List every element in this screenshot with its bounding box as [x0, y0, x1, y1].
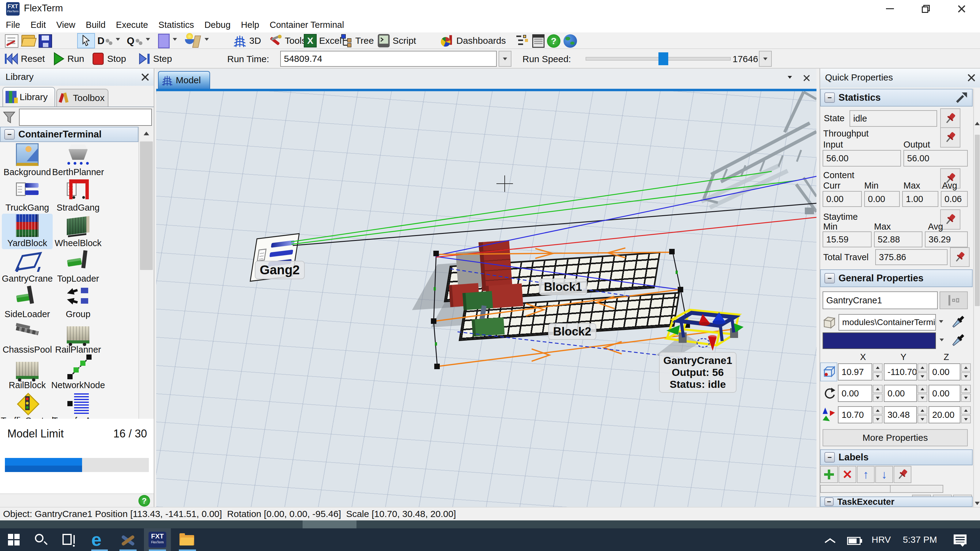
- add-label-button[interactable]: [820, 466, 838, 483]
- model-structure-icon[interactable]: [516, 35, 528, 47]
- scale-x-spinner[interactable]: [873, 406, 883, 423]
- library-item[interactable]: RailPlanner: [52, 320, 103, 356]
- pin-label-button[interactable]: [894, 466, 912, 483]
- library-item[interactable]: NetworkNode: [52, 356, 103, 391]
- position-z-spinner[interactable]: [961, 364, 971, 381]
- script-button[interactable]: Script: [377, 34, 416, 48]
- file-explorer-button[interactable]: [180, 533, 196, 546]
- collapse-icon[interactable]: −: [824, 497, 834, 506]
- connect-objects-tool[interactable]: D: [97, 34, 115, 48]
- move-label-up-button[interactable]: ↑: [857, 466, 875, 483]
- state-field[interactable]: idle: [850, 110, 937, 127]
- open-chart-icon[interactable]: [954, 91, 968, 105]
- pin-staytime-button[interactable]: [940, 210, 960, 230]
- delete-label-button[interactable]: ✕: [838, 466, 856, 483]
- general-properties-header[interactable]: − General Properties: [820, 269, 973, 287]
- library-item[interactable]: SideLoader: [2, 285, 52, 320]
- library-section-header[interactable]: − ContainerTerminal: [0, 127, 138, 142]
- step-button[interactable]: Step: [138, 51, 172, 66]
- run-speed-dropdown[interactable]: [759, 51, 772, 67]
- position-z-field[interactable]: 0.00: [929, 364, 960, 381]
- color-dropdown[interactable]: [940, 338, 944, 341]
- draw-object-dropdown[interactable]: [173, 38, 177, 41]
- pin-total-travel-button[interactable]: [950, 247, 970, 267]
- color-sampler-icon[interactable]: [950, 332, 966, 348]
- run-time-field[interactable]: 54809.74: [280, 51, 497, 67]
- scale-y-spinner[interactable]: [918, 406, 928, 423]
- more-properties-button[interactable]: More Properties: [822, 429, 968, 446]
- library-filter-input[interactable]: [19, 109, 152, 126]
- properties-window-icon[interactable]: [532, 34, 544, 48]
- battery-icon[interactable]: [847, 537, 863, 545]
- library-item[interactable]: ChassisPool: [2, 320, 52, 356]
- rotation-z-field[interactable]: 0.00: [929, 385, 960, 402]
- position-y-field[interactable]: -110.70: [884, 364, 917, 381]
- action-center-icon[interactable]: [954, 535, 967, 546]
- scale-x-field[interactable]: 10.70: [838, 406, 872, 423]
- move-label-down-button[interactable]: ↓: [875, 466, 893, 483]
- toolbox-tab[interactable]: Toolbox: [56, 89, 108, 106]
- library-tab[interactable]: Library: [2, 87, 55, 106]
- model-tab[interactable]: Model: [158, 71, 210, 89]
- task-view-button[interactable]: [62, 534, 76, 546]
- open-model-button[interactable]: [21, 35, 35, 47]
- new-model-button[interactable]: [5, 34, 18, 48]
- model-tab-close-icon[interactable]: [802, 74, 810, 82]
- statistics-header[interactable]: − Statistics: [820, 89, 973, 106]
- menu-item[interactable]: Container Terminal: [265, 17, 350, 32]
- shape-field[interactable]: modules\ContainerTermin: [838, 314, 936, 330]
- rotation-x-field[interactable]: 0.00: [838, 385, 872, 402]
- collapse-icon[interactable]: −: [824, 92, 835, 103]
- run-time-dropdown[interactable]: [499, 51, 511, 67]
- scale-z-spinner[interactable]: [961, 406, 971, 423]
- flexterm-taskbar-button[interactable]: FXT FlexTerm: [144, 528, 171, 551]
- rotation-x-spinner[interactable]: [873, 385, 883, 402]
- menu-item[interactable]: File: [1, 17, 25, 32]
- run-speed-slider[interactable]: [585, 57, 731, 60]
- position-x-field[interactable]: 10.97: [838, 364, 872, 381]
- connect-ports-tool[interactable]: Q: [127, 34, 144, 48]
- stop-button[interactable]: Stop: [92, 51, 126, 66]
- select-tool-button[interactable]: [77, 33, 95, 48]
- scale-z-field[interactable]: 20.00: [929, 406, 960, 423]
- start-button[interactable]: [8, 534, 20, 546]
- highlight-dropdown[interactable]: [205, 38, 209, 41]
- tray-chevron-icon[interactable]: [824, 538, 835, 544]
- library-item[interactable]: RailBlock: [2, 356, 52, 391]
- rename-button[interactable]: [940, 291, 968, 309]
- menu-item[interactable]: Edit: [25, 17, 51, 32]
- globe-icon[interactable]: [563, 34, 577, 48]
- quick-properties-scrollbar[interactable]: [973, 89, 980, 507]
- library-item[interactable]: TruckGang: [2, 178, 52, 214]
- draw-object-tool[interactable]: [158, 34, 170, 48]
- quick-properties-close-icon[interactable]: [967, 73, 976, 83]
- menu-item[interactable]: Help: [236, 17, 265, 32]
- reset-button[interactable]: Reset: [4, 51, 45, 66]
- tools-button[interactable]: Tools: [269, 34, 306, 48]
- dashboards-button[interactable]: Dashboards: [441, 34, 506, 48]
- library-item[interactable]: Group: [52, 285, 103, 320]
- highlight-tool[interactable]: [185, 33, 202, 48]
- menu-item[interactable]: View: [51, 17, 81, 32]
- labels-header[interactable]: − Labels: [820, 449, 973, 465]
- menu-item[interactable]: Debug: [199, 17, 235, 32]
- run-speed-slider-handle[interactable]: [659, 52, 668, 65]
- shape-dropdown[interactable]: [939, 320, 943, 323]
- 3d-view-button[interactable]: 3D: [233, 34, 261, 48]
- rotation-z-spinner[interactable]: [961, 385, 971, 402]
- library-item[interactable]: Background: [2, 143, 52, 178]
- rotation-y-field[interactable]: 0.00: [884, 385, 917, 402]
- library-item[interactable]: StradGang: [52, 178, 103, 214]
- position-x-spinner[interactable]: [873, 364, 883, 381]
- restore-button[interactable]: [913, 0, 938, 17]
- scale-y-field[interactable]: 30.48: [884, 406, 917, 423]
- shape-sampler-icon[interactable]: [950, 314, 966, 330]
- clock[interactable]: 5:37 PM: [903, 535, 937, 545]
- pin-throughput-button[interactable]: [940, 127, 960, 148]
- menu-item[interactable]: Execute: [111, 17, 153, 32]
- excel-button[interactable]: X Excel: [304, 34, 342, 48]
- tab-list-dropdown[interactable]: [788, 76, 792, 79]
- flexsim-app-button[interactable]: [120, 533, 136, 547]
- rotation-y-spinner[interactable]: [918, 385, 928, 402]
- close-button[interactable]: [949, 0, 974, 17]
